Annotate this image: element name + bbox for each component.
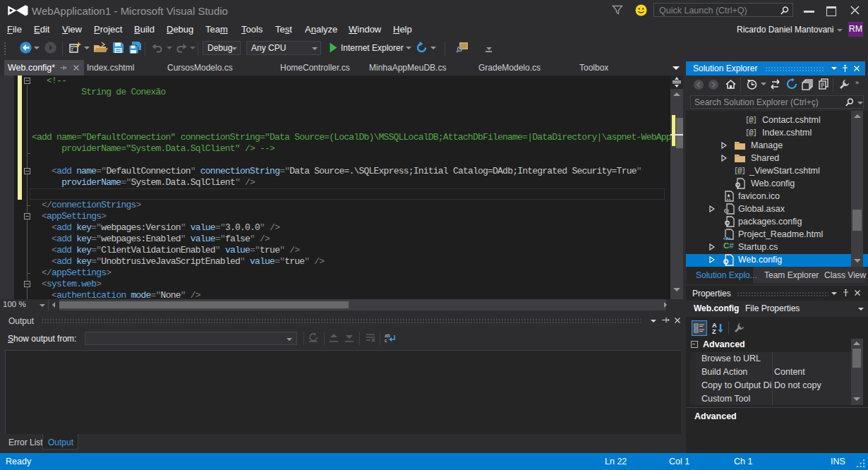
svg-text:Z: Z (712, 328, 716, 335)
svg-text:c: c (385, 338, 387, 343)
svg-text:ab: ab (385, 333, 390, 338)
